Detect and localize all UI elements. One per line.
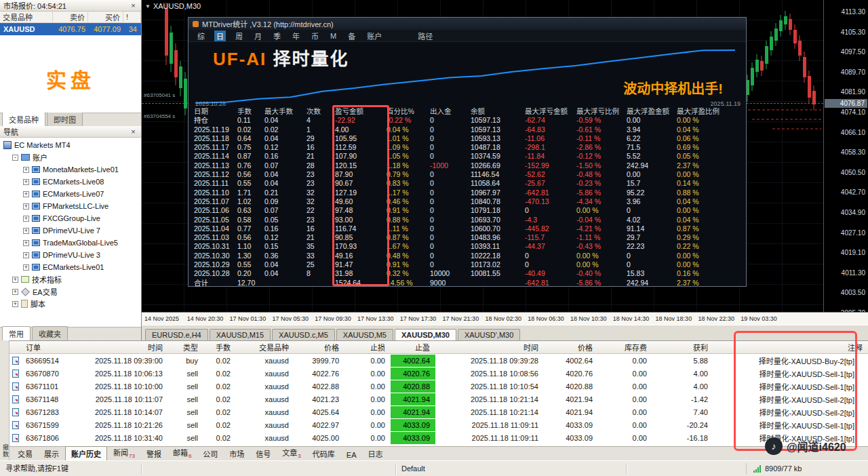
terminal-tab[interactable]: 市场 (224, 447, 250, 460)
chart-tab[interactable]: XAUUSD,M5 (336, 329, 393, 340)
nav-account[interactable]: +FPMarketsLLC-Live (0, 200, 141, 212)
nav-account[interactable]: +ECMarkets-Live01 (0, 261, 141, 273)
nav-account[interactable]: +FXCGGroup-Live (0, 212, 141, 224)
stats-menu-item[interactable]: 月 (252, 31, 264, 41)
market-watch-tab[interactable]: 交易品种 (2, 112, 45, 126)
orders-col-header[interactable]: 注释 (713, 342, 868, 353)
col-bid[interactable]: 卖价 (53, 12, 88, 22)
tree-expander-icon[interactable]: + (23, 179, 29, 185)
chart-tab[interactable]: XAUUSD.c,M5 (272, 329, 335, 340)
orders-col-header[interactable]: 获利 (652, 342, 713, 353)
stats-menu-item[interactable]: 年 (290, 31, 302, 41)
tree-expander-icon[interactable]: + (12, 289, 18, 295)
orders-col-header[interactable]: 库存费 (598, 342, 652, 353)
order-row[interactable]: 636712832025.11.18 10:14:07sell0.02xauus… (9, 405, 868, 418)
navigator-tab[interactable]: 收藏夹 (32, 326, 68, 340)
terminal-tab[interactable]: 展示 (39, 447, 64, 460)
order-row[interactable]: 636718062025.11.18 10:31:40sell0.02xauus… (9, 431, 868, 444)
navigator-tab[interactable]: 常用 (2, 326, 31, 340)
nav-group-accounts[interactable]: -账户 (0, 151, 141, 163)
terminal-tab[interactable]: 警报 (141, 447, 167, 460)
orders-col-header[interactable]: 时间 (435, 342, 544, 353)
tree-expander-icon[interactable]: + (23, 240, 29, 246)
terminal-tab[interactable]: 信号 (250, 447, 276, 460)
col-spread[interactable]: ! (123, 12, 141, 22)
nav-account[interactable]: +TradeMaxGlobal-Live5 (0, 237, 141, 249)
tree-expander-icon[interactable]: + (23, 252, 29, 258)
terminal-tab[interactable]: 新闻73 (108, 445, 140, 460)
tree-expander-icon[interactable]: + (23, 216, 29, 222)
tree-expander-icon[interactable]: + (23, 191, 29, 197)
stats-menu-item[interactable]: 周 (233, 31, 245, 41)
col-symbol[interactable]: 交易品种 (0, 12, 53, 22)
orders-col-header[interactable]: 止损 (344, 342, 391, 353)
chart-area[interactable]: ▼ XAUUSD,M30 #63705041 s #63704554 s (142, 0, 868, 312)
nav-account[interactable]: +ECMarkets-Live07 (0, 188, 141, 200)
nav-group-scripts[interactable]: +脚本 (0, 298, 141, 310)
terminal-tab[interactable]: 账户历史 (65, 446, 107, 460)
terminal-tab[interactable]: 日志 (363, 447, 389, 460)
tree-expander-icon[interactable]: + (23, 228, 29, 234)
orders-col-header[interactable]: 时间 (72, 342, 168, 353)
chart-tab[interactable]: XAUUSD,M15 (210, 329, 271, 340)
market-watch-row[interactable]: XAUUSD 4076.75 4077.09 34 (0, 23, 141, 35)
time-axis[interactable]: 14 Nov 202514 Nov 20:3017 Nov 01:3017 No… (142, 312, 868, 325)
tree-expander-icon[interactable]: + (23, 203, 29, 210)
order-row[interactable]: 636695142025.11.18 09:39:00buy0.02xauusd… (9, 354, 868, 367)
nav-group-ea[interactable]: +EA交易 (0, 285, 141, 298)
terminal-tab[interactable]: 交易 (12, 447, 38, 460)
stats-menu-item[interactable]: 账户 (365, 31, 384, 41)
chart-tab[interactable]: EURUSD.e,H4 (145, 329, 208, 340)
market-watch-tab[interactable]: 即时图 (47, 112, 83, 126)
tree-expander-icon[interactable]: + (12, 301, 18, 307)
stats-menu-item[interactable]: 季 (271, 31, 283, 41)
price-tick: 4027.10 (841, 229, 865, 237)
tree-expander-icon[interactable]: + (23, 264, 29, 271)
chart-plot[interactable]: ▼ XAUUSD,M30 #63705041 s #63704554 s (142, 0, 823, 312)
scroll-up-icon[interactable]: ▲ (855, 344, 866, 350)
close-icon[interactable]: × (129, 1, 138, 9)
terminal-tab[interactable]: 文章3 (277, 445, 306, 460)
stats-menu-item[interactable]: 综 (195, 31, 207, 41)
tree-expander-icon[interactable]: - (12, 155, 18, 161)
nav-account[interactable]: +DPrimeVU-Live 7 (0, 224, 141, 237)
nav-group-indicators[interactable]: +技术指标 (0, 273, 141, 285)
orders-col-header[interactable]: 止盈 (391, 342, 435, 353)
nav-root[interactable]: EC Markets MT4 (0, 139, 141, 151)
terminal-tab[interactable]: 邮箱6 (167, 445, 197, 460)
price-axis[interactable]: 4113.304105.304097.504089.704081.904074.… (823, 0, 868, 312)
terminal-tab[interactable]: 公司 (197, 447, 223, 460)
orders-col-header[interactable]: 价格 (294, 342, 344, 353)
tree-expander-icon[interactable]: + (12, 277, 18, 283)
tree-expander-icon[interactable]: + (23, 167, 29, 173)
side-strip[interactable]: 撤数 (0, 340, 9, 460)
nav-account[interactable]: +ECMarkets-Live08 (0, 176, 141, 188)
orders-col-header[interactable]: 类型 (168, 342, 203, 353)
nav-account[interactable]: +DPrimeVU-Live 3 (0, 249, 141, 261)
orders-col-header[interactable]: 交易品种 (236, 342, 294, 353)
order-row[interactable]: 636708702025.11.18 10:06:13sell0.02xauus… (9, 367, 868, 380)
order-row[interactable]: 636711482025.11.18 10:11:07sell0.02xauus… (9, 393, 868, 405)
chart-tab[interactable]: XAUUSD,M30 (395, 329, 456, 340)
stats-menu-item[interactable]: M (328, 32, 338, 40)
stats-menu-item[interactable]: 备 (346, 31, 357, 41)
stats-menu-item[interactable]: 币 (309, 31, 321, 41)
orders-col-header[interactable]: 订单 (23, 342, 72, 353)
status-profile[interactable]: Default (396, 463, 627, 475)
close-icon[interactable]: × (129, 127, 138, 136)
orders-col-header[interactable]: 价格 (544, 342, 598, 353)
nav-account[interactable]: +MonetaMarkets-Live01 (0, 163, 141, 176)
order-row[interactable]: 636715992025.11.18 10:21:26sell0.02xauus… (9, 418, 868, 431)
orders-col-header[interactable]: 手数 (203, 342, 236, 353)
col-ask[interactable]: 买价 (88, 12, 123, 22)
terminal-tab[interactable]: 代码库 (307, 447, 340, 460)
chart-tab[interactable]: XAUUSD',M30 (458, 329, 520, 340)
dropdown-icon[interactable]: ▼ (145, 3, 151, 9)
stats-menu-item[interactable]: 路径 (416, 31, 435, 41)
curve-end-date: 2025.11.19 (711, 100, 741, 107)
stats-menu-item[interactable]: 日 (214, 31, 226, 41)
order-row[interactable]: 636711012025.11.18 10:10:00sell0.02xauus… (9, 380, 868, 393)
stats-cell: 91.47 (335, 260, 387, 269)
terminal-tab[interactable]: EA (341, 450, 362, 460)
stats-table-row: 2025.11.170.750.1216112.591.09 %010487.1… (194, 143, 741, 152)
